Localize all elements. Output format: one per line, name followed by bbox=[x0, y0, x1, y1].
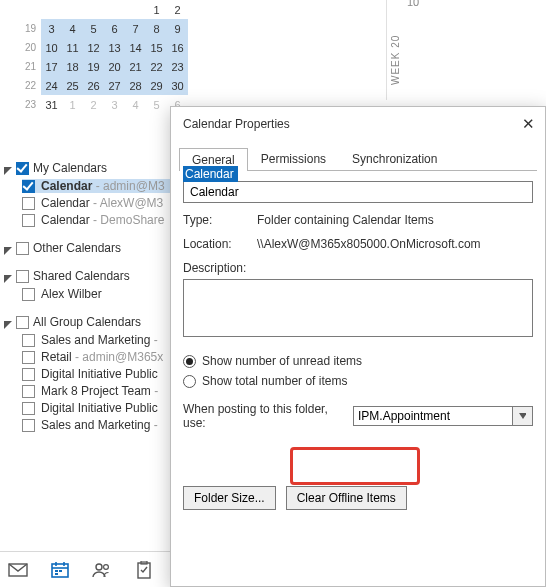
calendar-day[interactable]: 1 bbox=[146, 0, 167, 19]
svg-rect-11 bbox=[55, 573, 58, 575]
checkbox[interactable] bbox=[22, 368, 35, 381]
folder-size-button[interactable]: Folder Size... bbox=[183, 486, 276, 510]
calendar-day[interactable]: 22 bbox=[146, 57, 167, 76]
calendar-day[interactable] bbox=[104, 0, 125, 19]
calendar-day[interactable]: 28 bbox=[125, 76, 146, 95]
posting-input[interactable] bbox=[353, 406, 513, 426]
calendar-day[interactable]: 25 bbox=[62, 76, 83, 95]
checkbox[interactable] bbox=[22, 214, 35, 227]
calendar-day[interactable] bbox=[125, 0, 146, 19]
calendar-day[interactable] bbox=[83, 0, 104, 19]
people-icon[interactable] bbox=[92, 561, 112, 579]
calendar-day[interactable]: 26 bbox=[83, 76, 104, 95]
checkbox[interactable] bbox=[22, 288, 35, 301]
calendar-day[interactable]: 8 bbox=[146, 19, 167, 38]
checkbox[interactable] bbox=[22, 402, 35, 415]
calendar-item[interactable]: Calendar - admin@M3 bbox=[22, 179, 170, 193]
calendar-day[interactable]: 9 bbox=[167, 19, 188, 38]
tasks-icon[interactable] bbox=[134, 561, 154, 579]
chevron-down-icon bbox=[4, 164, 12, 172]
description-input[interactable] bbox=[183, 279, 533, 337]
posting-combo[interactable] bbox=[353, 406, 533, 426]
checkbox[interactable] bbox=[22, 419, 35, 432]
mini-calendar[interactable]: 1219345678920101112131415162117181920212… bbox=[20, 0, 188, 114]
calendar-day[interactable]: 24 bbox=[41, 76, 62, 95]
calendar-day[interactable]: 23 bbox=[167, 57, 188, 76]
calendar-item[interactable]: Sales and Marketing - bbox=[22, 418, 170, 432]
tab-synchronization[interactable]: Synchronization bbox=[339, 147, 450, 170]
calendar-day[interactable]: 12 bbox=[83, 38, 104, 57]
calendar-day[interactable]: 3 bbox=[104, 95, 125, 114]
svg-rect-9 bbox=[55, 570, 58, 572]
calendar-day[interactable]: 7 bbox=[125, 19, 146, 38]
calendar-item[interactable]: Digital Initiative Public bbox=[22, 367, 170, 381]
calendar-day[interactable]: 16 bbox=[167, 38, 188, 57]
calendar-day[interactable]: 3 bbox=[41, 19, 62, 38]
group-checkbox[interactable] bbox=[16, 162, 29, 175]
calendar-day[interactable]: 27 bbox=[104, 76, 125, 95]
calendar-day[interactable]: 1 bbox=[62, 95, 83, 114]
calendar-item[interactable]: Calendar - AlexW@M3 bbox=[22, 196, 170, 210]
calendar-day[interactable]: 4 bbox=[62, 19, 83, 38]
checkbox[interactable] bbox=[22, 180, 35, 193]
week-number bbox=[20, 0, 41, 19]
calendar-day[interactable]: 2 bbox=[83, 95, 104, 114]
calendar-day[interactable]: 14 bbox=[125, 38, 146, 57]
close-icon[interactable]: ✕ bbox=[522, 115, 535, 133]
radio-unread[interactable] bbox=[183, 355, 196, 368]
group-other-calendars[interactable]: Other Calendars bbox=[4, 241, 170, 255]
checkbox[interactable] bbox=[22, 385, 35, 398]
folder-name-input[interactable] bbox=[183, 181, 533, 203]
calendar-day[interactable]: 10 bbox=[41, 38, 62, 57]
checkbox[interactable] bbox=[22, 351, 35, 364]
calendar-day[interactable]: 18 bbox=[62, 57, 83, 76]
radio-total[interactable] bbox=[183, 375, 196, 388]
checkbox[interactable] bbox=[22, 197, 35, 210]
group-label: Other Calendars bbox=[33, 241, 121, 255]
calendar-item[interactable]: Mark 8 Project Team - bbox=[22, 384, 170, 398]
clear-offline-button[interactable]: Clear Offline Items bbox=[286, 486, 407, 510]
calendar-icon[interactable] bbox=[50, 561, 70, 579]
week-number: 22 bbox=[20, 76, 41, 95]
calendar-day[interactable]: 17 bbox=[41, 57, 62, 76]
calendar-day[interactable] bbox=[62, 0, 83, 19]
calendar-day[interactable]: 19 bbox=[83, 57, 104, 76]
calendar-name: Retail bbox=[41, 350, 72, 364]
calendar-day[interactable]: 11 bbox=[62, 38, 83, 57]
calendar-item[interactable]: Digital Initiative Public bbox=[22, 401, 170, 415]
tab-permissions[interactable]: Permissions bbox=[248, 147, 339, 170]
group-checkbox[interactable] bbox=[16, 316, 29, 329]
calendar-sub: - bbox=[150, 418, 157, 432]
calendar-item[interactable]: Sales and Marketing - bbox=[22, 333, 170, 347]
calendar-day[interactable]: 5 bbox=[146, 95, 167, 114]
calendar-day[interactable]: 29 bbox=[146, 76, 167, 95]
group-checkbox[interactable] bbox=[16, 270, 29, 283]
calendar-day[interactable]: 15 bbox=[146, 38, 167, 57]
calendar-item[interactable]: Retail - admin@M365x bbox=[22, 350, 170, 364]
calendar-item[interactable]: Alex Wilber bbox=[22, 287, 170, 301]
group-checkbox[interactable] bbox=[16, 242, 29, 255]
calendar-sub: - AlexW@M3 bbox=[90, 196, 164, 210]
calendar-day[interactable]: 30 bbox=[167, 76, 188, 95]
calendar-day[interactable]: 5 bbox=[83, 19, 104, 38]
calendar-day[interactable]: 21 bbox=[125, 57, 146, 76]
calendar-day[interactable]: 6 bbox=[104, 19, 125, 38]
group-shared-calendars[interactable]: Shared Calendars bbox=[4, 269, 170, 283]
calendar-day[interactable]: 20 bbox=[104, 57, 125, 76]
mail-icon[interactable] bbox=[8, 561, 28, 579]
group-label: My Calendars bbox=[33, 161, 107, 175]
calendar-day[interactable]: 2 bbox=[167, 0, 188, 19]
group-all-group-calendars[interactable]: All Group Calendars bbox=[4, 315, 170, 329]
calendar-day[interactable]: 13 bbox=[104, 38, 125, 57]
week-strip: 10 WEEK 20 bbox=[386, 0, 546, 100]
calendar-day[interactable]: 31 bbox=[41, 95, 62, 114]
checkbox[interactable] bbox=[22, 334, 35, 347]
calendar-name: Calendar bbox=[41, 196, 90, 210]
chevron-down-icon bbox=[4, 318, 12, 326]
calendar-day[interactable] bbox=[41, 0, 62, 19]
type-label: Type: bbox=[183, 213, 257, 227]
group-my-calendars[interactable]: My Calendars bbox=[4, 161, 170, 175]
calendar-day[interactable]: 4 bbox=[125, 95, 146, 114]
calendar-item[interactable]: Calendar - DemoShare bbox=[22, 213, 170, 227]
chevron-down-icon[interactable] bbox=[513, 406, 533, 426]
